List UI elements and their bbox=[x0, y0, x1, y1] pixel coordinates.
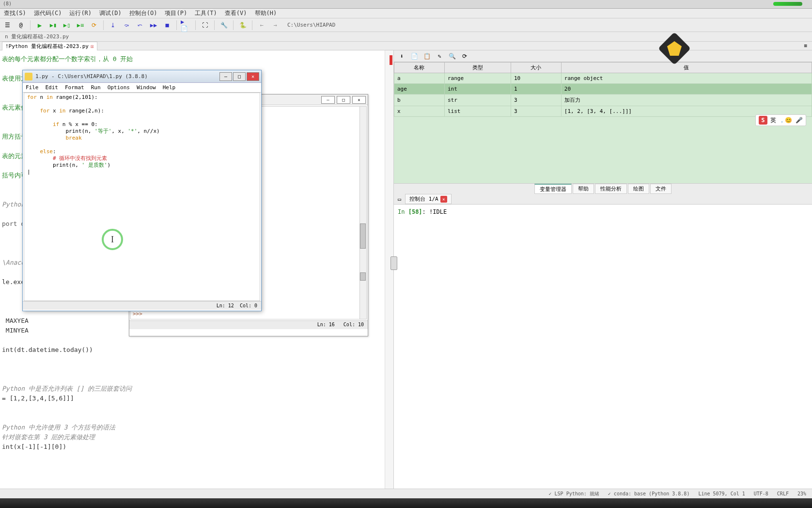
maximize-icon[interactable]: ⛶ bbox=[200, 20, 210, 31]
search-icon[interactable]: 🔍 bbox=[448, 53, 456, 60]
menu-debug[interactable]: 调试(D) bbox=[99, 9, 122, 17]
variable-row[interactable]: arange10range object bbox=[394, 73, 812, 84]
console-body[interactable]: In [58]: !IDLE bbox=[394, 205, 812, 219]
edit-icon[interactable]: ✎ bbox=[436, 53, 443, 60]
shell-maximize-button[interactable]: □ bbox=[337, 96, 350, 104]
battery-indicator bbox=[773, 2, 802, 6]
status-line-col[interactable]: Line 5079, Col 1 bbox=[698, 491, 745, 496]
file-tab[interactable]: !Python 量化编程基础-2023.py ☒ bbox=[2, 42, 97, 50]
variable-cell-type: list bbox=[444, 106, 511, 117]
close-tab-icon[interactable]: ☒ bbox=[91, 43, 94, 49]
run-cell-advance-button[interactable]: ▶▯ bbox=[62, 20, 72, 31]
idle-menu-window[interactable]: Window bbox=[137, 84, 156, 91]
run-button[interactable]: ▶ bbox=[34, 20, 45, 31]
var-col-size[interactable]: 大小 bbox=[511, 63, 561, 73]
variable-cell-name: age bbox=[394, 84, 445, 95]
tab-help[interactable]: 帮助 bbox=[573, 184, 594, 194]
debug-step-over-icon[interactable]: ⤼ bbox=[121, 20, 132, 31]
idle-titlebar[interactable]: 1.py - C:\Users\HIAPAD\1.py (3.8.8) — □ … bbox=[23, 70, 261, 83]
debug-stop-icon[interactable]: ■ bbox=[162, 20, 172, 31]
console-tab-close-icon[interactable]: ✕ bbox=[440, 196, 447, 203]
at-icon[interactable]: @ bbox=[16, 20, 26, 31]
idle-app-icon bbox=[25, 73, 32, 80]
editor-title: n 量化编程基础-2023.py bbox=[2, 33, 72, 40]
nav-back-icon[interactable]: ← bbox=[256, 20, 267, 31]
variable-row[interactable]: bstr3加百力 bbox=[394, 95, 812, 106]
run-cell-button[interactable]: ▶▮ bbox=[48, 20, 59, 31]
variable-row[interactable]: xlist3[1, 2, [3, 4, [...]]] bbox=[394, 106, 812, 117]
variable-cell-type: range bbox=[444, 73, 511, 84]
copy-icon[interactable]: 📋 bbox=[423, 53, 431, 60]
idle-menu-options[interactable]: Options bbox=[108, 84, 130, 91]
ipython-console[interactable]: In [58]: !IDLE bbox=[394, 205, 812, 496]
run-selection-button[interactable]: ▶≡ bbox=[75, 20, 86, 31]
console-tab-bar: ▭ 控制台 1/A ✕ bbox=[394, 194, 812, 205]
wrench-icon[interactable]: 🔧 bbox=[219, 20, 229, 31]
menu-help[interactable]: 帮助(H) bbox=[255, 9, 277, 17]
hamburger-icon[interactable]: ≡ bbox=[801, 43, 810, 49]
shell-close-button[interactable]: ✕ bbox=[352, 96, 366, 104]
os-top-strip: (8) bbox=[0, 0, 812, 9]
menu-source[interactable]: 源代码(C) bbox=[34, 9, 62, 17]
main-split: 表的每个元素都分配一个数字索引，从 0 开始 表使用方 表元素值 用方括号 表的… bbox=[0, 50, 812, 507]
idle-editor-window[interactable]: 1.py - C:\Users\HIAPAD\1.py (3.8.8) — □ … bbox=[22, 70, 262, 311]
refresh-icon[interactable]: ⟳ bbox=[461, 53, 468, 60]
shell-scroll-thumb-2[interactable] bbox=[360, 272, 366, 281]
menu-find[interactable]: 查找(S) bbox=[4, 9, 26, 17]
idle-menu-run[interactable]: Run bbox=[91, 84, 101, 91]
idle-menu-file[interactable]: File bbox=[26, 84, 39, 91]
idle-maximize-button[interactable]: □ bbox=[233, 72, 246, 81]
menu-tools[interactable]: 工具(T) bbox=[195, 9, 217, 17]
cursor-highlight-ring bbox=[102, 229, 123, 250]
menu-run[interactable]: 运行(R) bbox=[69, 9, 92, 17]
tab-files[interactable]: 文件 bbox=[650, 184, 671, 194]
idle-menubar: File Edit Format Run Options Window Help bbox=[23, 83, 261, 93]
menu-console[interactable]: 控制台(O) bbox=[129, 9, 157, 17]
console-tab-label: 控制台 1/A bbox=[409, 195, 438, 203]
console-menu-icon[interactable]: ▭ bbox=[396, 196, 403, 203]
debug-continue-icon[interactable]: ▶▶ bbox=[148, 20, 159, 31]
variable-toolbar: ⬇ 📄 📋 ✎ 🔍 ⟳ bbox=[394, 50, 812, 62]
menu-view[interactable]: 查看(V) bbox=[225, 9, 247, 17]
ime-indicator[interactable]: S 英 ，😊 🎤 bbox=[755, 114, 806, 126]
file-tab-bar-2: !Python 量化编程基础-2023.py ☒ ≡ bbox=[0, 42, 812, 50]
shell-minimize-button[interactable]: — bbox=[321, 96, 335, 104]
var-col-value[interactable]: 值 bbox=[561, 63, 812, 73]
idle-code-area[interactable]: for n in range(2,101): for x in range(2,… bbox=[24, 93, 260, 301]
import-icon[interactable]: ⬇ bbox=[398, 53, 406, 60]
nav-forward-icon[interactable]: → bbox=[270, 20, 281, 31]
variable-row[interactable]: ageint120 bbox=[394, 84, 812, 95]
status-conda[interactable]: ✓ conda: base (Python 3.8.8) bbox=[608, 491, 690, 496]
python-icon[interactable]: 🐍 bbox=[237, 20, 248, 31]
shell-scroll-thumb[interactable] bbox=[360, 223, 366, 249]
shell-scrollbar[interactable] bbox=[359, 107, 366, 319]
debug-file-icon[interactable]: ▶📄 bbox=[181, 20, 191, 31]
editor-minimap[interactable] bbox=[385, 50, 393, 507]
var-col-type[interactable]: 类型 bbox=[444, 63, 511, 73]
status-lsp[interactable]: ✓ LSP Python: 就绪 bbox=[549, 491, 599, 497]
tab-variable-explorer[interactable]: 变量管理器 bbox=[534, 184, 572, 194]
idle-menu-format[interactable]: Format bbox=[65, 84, 84, 91]
tab-profiler[interactable]: 性能分析 bbox=[595, 184, 627, 194]
idle-minimize-button[interactable]: — bbox=[219, 72, 232, 81]
windows-taskbar[interactable] bbox=[0, 498, 812, 508]
var-col-name[interactable]: 名称 bbox=[394, 63, 445, 73]
save-icon[interactable]: 📄 bbox=[410, 53, 418, 60]
status-memory[interactable]: 23% bbox=[797, 491, 806, 496]
debug-step-out-icon[interactable]: ⤺ bbox=[135, 20, 145, 31]
variable-cell-name: b bbox=[394, 95, 445, 106]
reload-button[interactable]: ⟳ bbox=[89, 20, 99, 31]
outline-icon[interactable]: ☰ bbox=[2, 20, 13, 31]
status-eol[interactable]: CRLF bbox=[777, 491, 789, 496]
idle-close-button[interactable]: ✕ bbox=[247, 72, 259, 81]
status-encoding[interactable]: UTF-8 bbox=[754, 491, 768, 496]
tab-plots[interactable]: 绘图 bbox=[628, 184, 649, 194]
idle-menu-edit[interactable]: Edit bbox=[46, 84, 59, 91]
splitter-handle[interactable] bbox=[390, 256, 397, 270]
idle-menu-help[interactable]: Help bbox=[163, 84, 176, 91]
working-dir-path: C:\Users\HIAPAD bbox=[287, 22, 335, 28]
debug-step-into-icon[interactable]: ⤓ bbox=[108, 20, 118, 31]
menu-project[interactable]: 项目(P) bbox=[165, 9, 187, 17]
variable-cell-name: a bbox=[394, 73, 445, 84]
console-tab[interactable]: 控制台 1/A ✕ bbox=[405, 194, 452, 204]
